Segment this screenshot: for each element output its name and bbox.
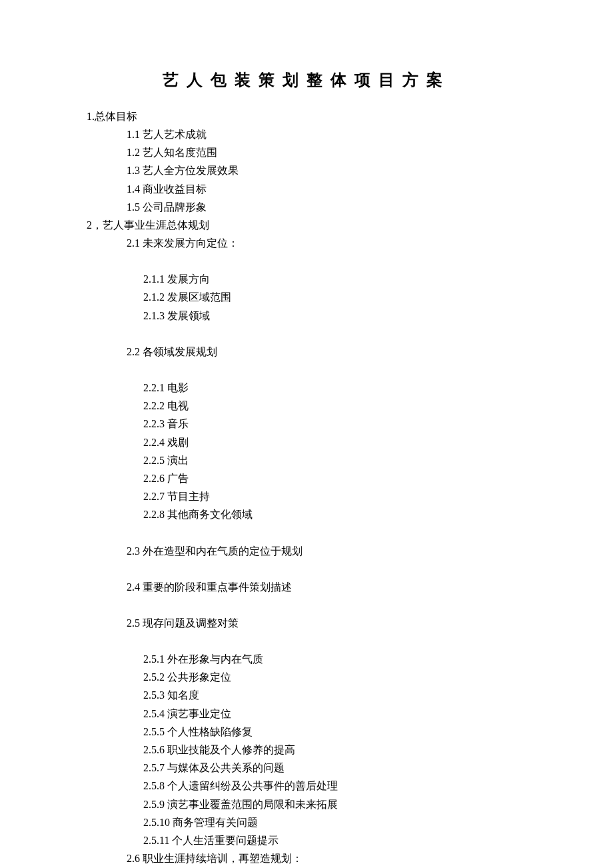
outline-spacer xyxy=(87,325,526,343)
outline-item: 2.5.3 知名度 xyxy=(143,686,526,704)
outline-item: 2.3 外在造型和内在气质的定位于规划 xyxy=(127,542,526,560)
outline-item: 2.5.2 公共形象定位 xyxy=(143,668,526,686)
outline-item: 2.5.6 职业技能及个人修养的提高 xyxy=(143,741,526,759)
outline-item: 1.总体目标 xyxy=(87,107,526,125)
outline-item: 2.5.4 演艺事业定位 xyxy=(143,705,526,723)
document-title: 艺人包装策划整体项目方案 xyxy=(87,67,526,94)
outline-item: 1.3 艺人全方位发展效果 xyxy=(127,161,526,179)
outline-item: 2.5.7 与媒体及公共关系的问题 xyxy=(143,759,526,777)
outline-item: 2.2.1 电影 xyxy=(143,379,526,397)
outline-spacer xyxy=(87,596,526,614)
outline-spacer xyxy=(87,632,526,650)
outline-item: 2.5.8 个人遗留纠纷及公共事件的善后处理 xyxy=(143,777,526,795)
outline-item: 2.2.2 电视 xyxy=(143,397,526,415)
outline-item: 2.2.4 戏剧 xyxy=(143,433,526,451)
outline-item: 2.5.9 演艺事业覆盖范围的局限和未来拓展 xyxy=(143,795,526,813)
outline-item: 1.2 艺人知名度范围 xyxy=(127,143,526,161)
outline-item: 2.5.5 个人性格缺陷修复 xyxy=(143,723,526,741)
outline-item: 1.4 商业收益目标 xyxy=(127,180,526,198)
outline-item: 2.2.6 广告 xyxy=(143,469,526,487)
outline-spacer xyxy=(87,560,526,578)
outline-item: 2.2.8 其他商务文化领域 xyxy=(143,505,526,523)
outline-item: 2.4 重要的阶段和重点事件策划描述 xyxy=(127,578,526,596)
outline-item: 2.2.3 音乐 xyxy=(143,415,526,433)
outline-item: 2.1.3 发展领域 xyxy=(143,307,526,325)
outline-item: 1.1 艺人艺术成就 xyxy=(127,125,526,143)
outline-item: 2.5.10 商务管理有关问题 xyxy=(143,813,526,831)
outline-item: 2.5.11 个人生活重要问题提示 xyxy=(143,831,526,849)
outline-item: 2.5 现存问题及调整对策 xyxy=(127,614,526,632)
outline-spacer xyxy=(87,524,526,542)
outline-item: 2.1.1 发展方向 xyxy=(143,270,526,288)
outline-item: 1.5 公司品牌形象 xyxy=(127,198,526,216)
outline-item: 2.2.7 节目主持 xyxy=(143,487,526,505)
outline-container: 1.总体目标1.1 艺人艺术成就1.2 艺人知名度范围1.3 艺人全方位发展效果… xyxy=(87,107,526,868)
outline-item: 2.5.1 外在形象与内在气质 xyxy=(143,650,526,668)
outline-item: 2.1.2 发展区域范围 xyxy=(143,288,526,306)
outline-item: 2.1 未来发展方向定位： xyxy=(127,234,526,252)
outline-spacer xyxy=(87,252,526,270)
outline-item: 2，艺人事业生涯总体规划 xyxy=(87,216,526,234)
outline-item: 2.2 各领域发展规划 xyxy=(127,343,526,361)
outline-spacer xyxy=(87,361,526,379)
outline-item: 2.6 职业生涯持续培训，再塑造规划： xyxy=(127,849,526,867)
outline-item: 2.2.5 演出 xyxy=(143,451,526,469)
